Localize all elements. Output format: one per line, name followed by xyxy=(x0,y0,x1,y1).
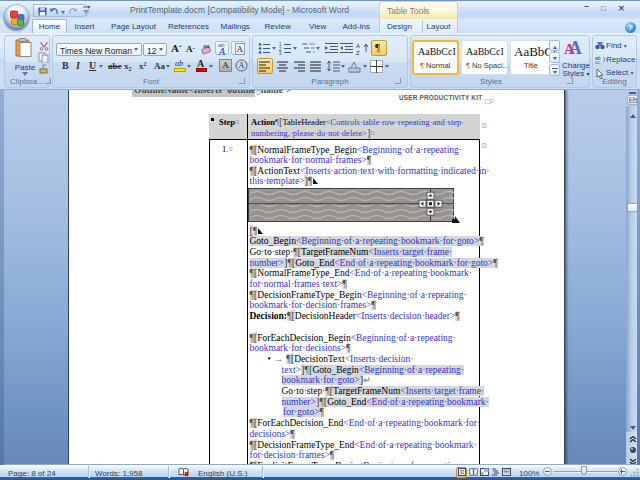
svg-text:aa: aa xyxy=(203,43,210,49)
svg-text:A: A xyxy=(239,61,245,70)
svg-text:3: 3 xyxy=(279,51,282,55)
svg-text:A: A xyxy=(356,43,360,49)
svg-text:Z: Z xyxy=(356,50,360,55)
svg-text:ac: ac xyxy=(595,59,601,64)
